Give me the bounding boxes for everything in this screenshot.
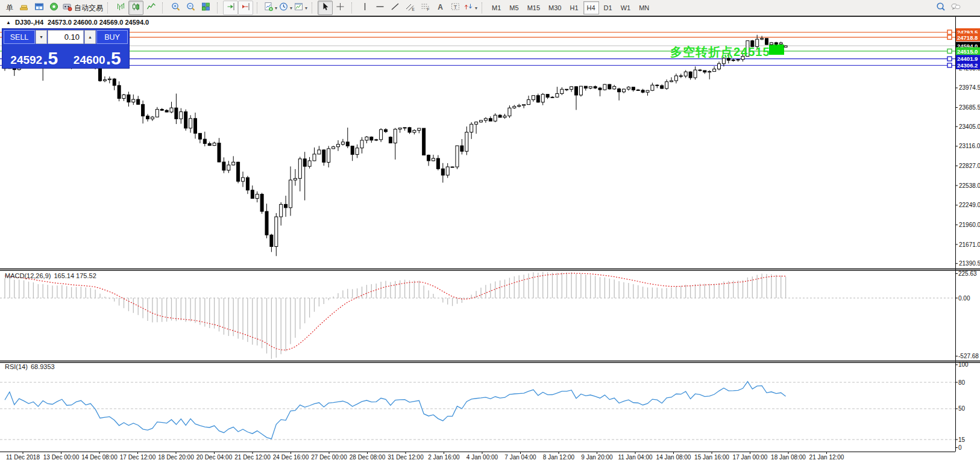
auto-trading[interactable]: 自动交易: [61, 1, 104, 15]
tf-w1[interactable]: W1: [617, 1, 635, 14]
volume-input[interactable]: [48, 30, 84, 44]
dropdown-arrow-icon[interactable]: ▾: [305, 5, 307, 11]
text[interactable]: A: [433, 1, 448, 15]
chat[interactable]: [948, 1, 963, 15]
price-axis-tick: 21390.5: [959, 260, 980, 267]
sound-icon: [49, 2, 59, 14]
time-axis-label: 24 Dec 16:00: [273, 454, 309, 461]
candlestick-mode[interactable]: [128, 1, 143, 15]
buy-price[interactable]: 24600 .5: [67, 45, 128, 67]
clock-icon: [278, 2, 289, 14]
fibo-icon: F: [420, 2, 430, 14]
rsi-axis-tick: 0: [958, 444, 962, 451]
collapse-icon[interactable]: ▲: [6, 20, 11, 25]
sell-price-pip: .5: [43, 51, 58, 66]
auto-scroll[interactable]: [223, 1, 238, 15]
pivot-annotation-text[interactable]: 多空转折点24515: [670, 44, 770, 60]
tile-windows[interactable]: [198, 1, 213, 15]
rsi-pane: [0, 382, 955, 440]
time-axis-label: 2 Jan 16:00: [428, 454, 460, 461]
level-price-label: 24306.2: [957, 62, 978, 69]
rsi-axis-tick: 80: [958, 379, 966, 386]
fibonacci[interactable]: F: [418, 1, 433, 15]
dropdown-arrow-icon[interactable]: ▾: [275, 5, 277, 11]
rsi-name: RSI(14): [5, 363, 28, 370]
line-chart-mode[interactable]: [143, 1, 159, 15]
cursor-icon: [320, 2, 330, 14]
time-axis-label: 4 Jan 00:00: [466, 454, 498, 461]
time-axis-label: 21 Jan 12:00: [809, 454, 844, 461]
equidistant-channel[interactable]: E: [403, 1, 418, 15]
time-axis-label: 14 Dec 08:00: [81, 454, 118, 461]
trendline[interactable]: [388, 1, 403, 15]
zoom-in[interactable]: [168, 1, 183, 15]
time-axis-label: 18 Jan 08:00: [771, 454, 806, 461]
time-axis-label: 21 Dec 12:00: [234, 454, 271, 461]
volume-decrease-button[interactable]: ▼: [36, 30, 47, 44]
level-drag-handle[interactable]: [947, 30, 952, 34]
navigator[interactable]: [46, 1, 61, 15]
tf-h1[interactable]: H1: [566, 1, 582, 14]
time-axis-label: 8 Jan 12:00: [543, 454, 575, 461]
one-click-trading-panel: SELL ▼ ▲ BUY 24592 .5 24600 .5: [2, 28, 130, 69]
time-axis-label: 28 Dec 08:00: [350, 454, 386, 461]
macd-axis-tick: 0.00: [958, 295, 970, 302]
arrows[interactable]: ▾: [463, 1, 478, 15]
horizontal-line[interactable]: [372, 1, 388, 15]
level-drag-handle[interactable]: [947, 49, 952, 53]
tf-h4[interactable]: H4: [583, 1, 599, 14]
toolbar-separator: [107, 2, 112, 13]
dropdown-arrow-icon[interactable]: ▾: [475, 5, 477, 11]
crosshair[interactable]: [333, 1, 348, 15]
tf-m1[interactable]: M1: [488, 1, 504, 14]
horizontal-level-lines[interactable]: [0, 32, 955, 65]
tf-m5[interactable]: M5: [506, 1, 522, 14]
cursor[interactable]: [318, 1, 333, 15]
axes-layer: 24263.523974.523685.523405.023116.022827…: [0, 16, 980, 461]
buy-price-int: 24600: [74, 54, 105, 66]
time-axis-label: 20 Dec 04:00: [196, 454, 233, 461]
svg-text:T: T: [454, 4, 457, 10]
text-label[interactable]: T: [448, 1, 463, 15]
sell-price[interactable]: 24592 .5: [4, 45, 65, 67]
data-window[interactable]: [31, 1, 46, 15]
search[interactable]: [933, 1, 948, 15]
chart-shift[interactable]: [238, 1, 253, 15]
tf-mn[interactable]: MN: [635, 1, 653, 14]
level-drag-handle[interactable]: [947, 63, 952, 67]
vertical-line[interactable]: [357, 1, 372, 15]
time-axis-label: 7 Jan 04:00: [504, 454, 536, 461]
vline-icon: [360, 2, 370, 14]
market-watch[interactable]: [16, 1, 31, 15]
svg-text:E: E: [412, 7, 415, 11]
tf-d1[interactable]: D1: [600, 1, 616, 14]
price-chart[interactable]: 24263.523974.523685.523405.023116.022827…: [0, 0, 980, 466]
chart-title: ▲ DJ30-,H4 24573.0 24600.0 24569.0 24594…: [6, 19, 149, 26]
pane-separators[interactable]: [0, 269, 980, 363]
level-drag-handle[interactable]: [947, 35, 952, 39]
zoom-out[interactable]: [183, 1, 198, 15]
bar-chart-mode[interactable]: [113, 1, 128, 15]
time-axis-label: 17 Jan 00:00: [733, 454, 768, 461]
volume-increase-button[interactable]: ▲: [84, 30, 96, 44]
tf-m15[interactable]: M15: [524, 1, 544, 14]
dropdown-arrow-icon[interactable]: ▾: [290, 5, 292, 11]
new-order[interactable]: 单: [1, 1, 16, 15]
shift-icon: [240, 2, 251, 14]
linechart-icon: [146, 2, 156, 14]
indicators-icon: [263, 2, 274, 14]
macd-values: 165.14 175.52: [54, 272, 96, 279]
green-zone-marker[interactable]: [769, 45, 784, 55]
periods[interactable]: ▾: [278, 1, 293, 15]
labelT-icon: T: [450, 2, 460, 14]
price-axis-tick: 23685.5: [959, 104, 980, 111]
time-axis-label: 18 Dec 20:00: [158, 454, 194, 461]
buy-button[interactable]: BUY: [96, 30, 128, 44]
templates[interactable]: ▾: [293, 1, 308, 15]
level-drag-handle[interactable]: [947, 57, 952, 61]
time-axis-label: 31 Dec 12:00: [388, 454, 424, 461]
sell-button[interactable]: SELL: [4, 30, 35, 44]
tf-m30[interactable]: M30: [545, 1, 565, 14]
time-axis-label: 17 Dec 12:00: [120, 454, 156, 461]
indicators[interactable]: ▾: [263, 1, 278, 15]
